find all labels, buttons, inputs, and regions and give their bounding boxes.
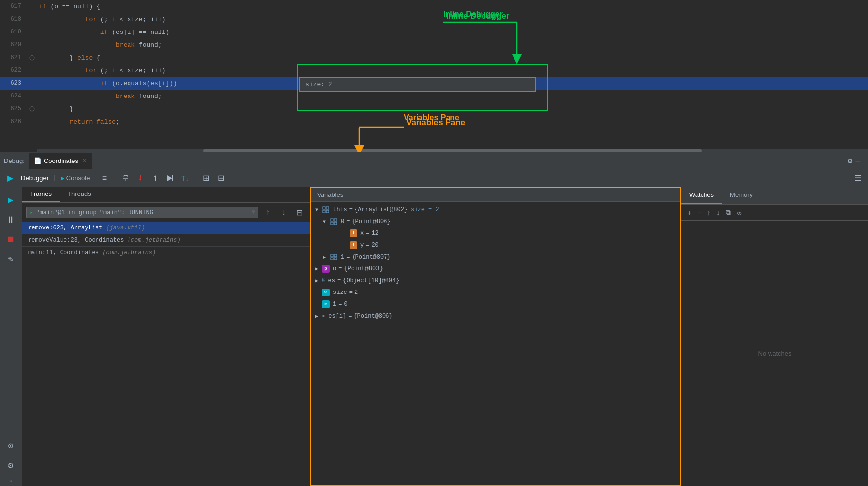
debug-label: Debug: [4, 157, 25, 164]
var-val-this: {ArrayList@802} [354, 206, 408, 213]
code-text: break found; [37, 41, 868, 49]
line-number: 619 [0, 29, 27, 35]
evaluate-btn[interactable]: T↓ [178, 172, 191, 185]
watches-copy-btn[interactable]: ⧉ [724, 207, 733, 218]
var-esi[interactable]: ▶ ∞ es[i] = {Point@806} [311, 310, 680, 322]
debug-toolbar: ▶ Debugger | ▶ Console ≡ T↓ ⊞ ⊟ ☰ [0, 169, 868, 187]
step-over-btn[interactable] [119, 172, 132, 185]
pause-sidebar-btn[interactable]: ⏸ [2, 211, 20, 228]
var-name-es: es [328, 277, 335, 284]
frame-item[interactable]: remove:623, ArrayList (java.util) [22, 222, 310, 234]
watches-toolbar: + − ↑ ↓ ⧉ ∞ [681, 205, 868, 221]
watches-infinite-btn[interactable]: ∞ [735, 208, 743, 218]
var-o[interactable]: ▶ p o = {Point@803} [311, 263, 680, 275]
svg-rect-30 [334, 258, 337, 260]
code-text: } [37, 105, 868, 113]
debugger-tab[interactable]: Debugger [21, 174, 49, 182]
step-out-btn[interactable] [149, 172, 161, 185]
var-val-0: {Point@806} [352, 218, 390, 225]
line-number: 623 [0, 80, 27, 87]
var-name-x: x [360, 230, 364, 237]
more-tools-btn[interactable]: » [9, 476, 13, 486]
thread-down-btn[interactable]: ↓ [277, 206, 290, 219]
frame-item[interactable]: removeValue:23, Coordinates (com.jetbrai… [22, 234, 310, 247]
var-name-i: i [333, 301, 336, 308]
run-to-cursor-btn[interactable] [163, 172, 176, 185]
code-line-618: 618 for (; i < size; i++) [0, 13, 868, 26]
minimize-icon[interactable]: — [855, 157, 860, 165]
console-tab[interactable]: Console [66, 174, 90, 182]
frames-controls: ✓"main"@1 in group "main": RUNNING ▼ ↑ ↓… [22, 203, 310, 222]
var-name-this: this [333, 206, 347, 213]
var-0[interactable]: ▼ 0 = {Point@806} [311, 216, 680, 227]
var-size-this: size = 2 [411, 206, 439, 213]
horizontal-scrollbar[interactable] [37, 149, 868, 152]
variables-header: Variables [311, 188, 680, 202]
badge-f-y: f [350, 241, 357, 249]
var-this[interactable]: ▼ this = {ArrayList@802} size = 2 [311, 204, 680, 216]
var-1[interactable]: ▶ 1 = {Point@807} [311, 251, 680, 263]
tab-coordinates[interactable]: 📄 Coordinates ✕ [29, 153, 92, 169]
tab-threads[interactable]: Threads [60, 187, 99, 202]
settings-icon[interactable]: ⚙ [848, 156, 853, 166]
frames-panel: Frames Threads ✓"main"@1 in group "main"… [22, 187, 310, 486]
badge-f-x: f [350, 229, 357, 237]
watches-up-btn[interactable]: ↑ [705, 208, 712, 218]
tab-coordinates-label: Coordinates [44, 157, 78, 164]
var-size[interactable]: 01 size = 2 [311, 287, 680, 298]
resume-sidebar-btn[interactable]: ▶ [2, 191, 20, 209]
resume-button[interactable]: ▶ [4, 172, 17, 185]
svg-rect-29 [331, 258, 333, 260]
inline-debugger-size: size: 2 [305, 81, 530, 88]
thread-selector[interactable]: ✓"main"@1 in group "main": RUNNING ▼ [26, 207, 258, 218]
watches-down-btn[interactable]: ↓ [714, 208, 722, 218]
settings-toolbar-btn[interactable]: ≡ [98, 172, 111, 185]
thread-up-btn[interactable]: ↑ [261, 206, 274, 219]
script-sidebar-btn[interactable]: ✎ [2, 250, 20, 268]
restore-btn[interactable]: ⊟ [214, 172, 227, 185]
watches-content: No watches [681, 221, 868, 486]
tab-memory[interactable]: Memory [722, 187, 761, 204]
frame-item[interactable]: main:11, Coordinates (com.jetbrains) [22, 247, 310, 259]
var-es[interactable]: ▶ ½ es = {Object[10]@804} [311, 275, 680, 287]
tab-close-button[interactable]: ✕ [82, 158, 87, 164]
tab-frames[interactable]: Frames [22, 187, 60, 202]
svg-rect-24 [334, 219, 337, 221]
var-val-x: 12 [371, 230, 378, 237]
file-icon: 📄 [34, 157, 42, 164]
code-text: } else { [37, 54, 868, 62]
inline-debugger-popup: size: 2 [299, 77, 536, 92]
var-y[interactable]: f y = 20 [311, 239, 680, 251]
settings-sidebar-btn[interactable]: ⚙ [2, 456, 20, 474]
step-into-btn[interactable] [134, 172, 147, 185]
console-tab-icon: ▶ [61, 174, 64, 182]
left-sidebar: ▶ ⏸ ⏹ ✎ ⊙ ⚙ » [0, 187, 22, 486]
var-val-o: {Point@803} [344, 265, 383, 272]
thread-filter-btn[interactable]: ⊟ [293, 206, 306, 219]
frame-class: (com.jetbrains) [128, 237, 181, 244]
debug-main-area: ▶ ⏸ ⏹ ✎ ⊙ ⚙ » Frames Threads ✓"main"@1 i… [0, 187, 868, 486]
thread-name: "main"@1 in group "main": RUNNING [36, 209, 153, 216]
watches-remove-btn[interactable]: − [695, 208, 703, 218]
var-arrow-esi: ▶ [315, 313, 322, 319]
no-watches-label: No watches [758, 350, 792, 357]
var-val-size: 2 [354, 289, 358, 296]
inline-debugger-label: Inline Debugger [443, 10, 503, 19]
layout-toggle[interactable]: ☰ [851, 172, 864, 185]
watches-add-btn[interactable]: + [685, 208, 693, 218]
camera-sidebar-btn[interactable]: ⊙ [2, 437, 20, 454]
frame-class: (com.jetbrains) [102, 249, 156, 256]
variables-pane-label: Variables Pane [404, 113, 459, 122]
svg-rect-25 [331, 222, 333, 225]
var-val-es: {Object[10]@804} [343, 277, 399, 284]
line-number: 621 [0, 54, 27, 61]
layout-btn[interactable]: ⊞ [199, 172, 212, 185]
frame-method: removeValue:23, Coordinates [28, 237, 128, 244]
stop-sidebar-btn[interactable]: ⏹ [2, 230, 20, 248]
tab-watches[interactable]: Watches [681, 187, 722, 204]
var-i[interactable]: 01 i = 0 [311, 298, 680, 310]
code-line-619: 619 if (es[i] == null) [0, 26, 868, 38]
code-line-617: 617 if (o == null) { [0, 0, 868, 13]
var-x[interactable]: f x = 12 [311, 227, 680, 239]
debug-tab-bar: Debug: 📄 Coordinates ✕ ⚙ — [0, 153, 868, 169]
